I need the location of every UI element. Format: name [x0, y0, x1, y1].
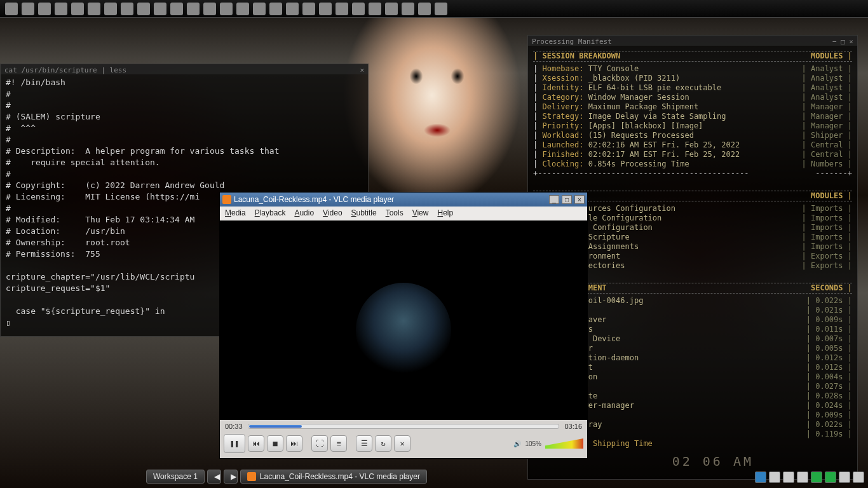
prev-button[interactable]: ⏮ — [248, 435, 264, 452]
tray-icon[interactable] — [769, 471, 780, 483]
desktop-clock: 02 06 AM — [672, 454, 754, 469]
dock-icon[interactable] — [38, 3, 51, 15]
vlc-menu-subtitle[interactable]: Subtitle — [351, 208, 377, 219]
dock-icon[interactable] — [203, 3, 216, 15]
dock-icon[interactable] — [352, 3, 365, 15]
dock-icon[interactable] — [121, 3, 133, 15]
vlc-menu-help[interactable]: Help — [437, 208, 453, 219]
dock-icon[interactable] — [5, 3, 18, 15]
dock-icon[interactable] — [369, 3, 381, 15]
tray-icon[interactable] — [839, 471, 850, 483]
minimize-button[interactable]: _ — [549, 195, 559, 204]
dock-icon[interactable] — [319, 3, 332, 15]
dock-icon[interactable] — [104, 3, 117, 15]
dock-icon[interactable] — [187, 3, 200, 15]
dock-icon[interactable] — [170, 3, 183, 15]
dock-icon[interactable] — [55, 3, 67, 15]
vlc-menu-audio[interactable]: Audio — [294, 208, 314, 219]
taskbar-prev[interactable]: ◀ — [207, 470, 221, 484]
extended-settings-button[interactable]: ≡ — [330, 435, 347, 452]
volume-percent: 105% — [525, 440, 541, 447]
time-total: 03:16 — [564, 423, 582, 430]
stop-button[interactable]: ■ — [267, 435, 283, 452]
vlc-titlebar[interactable]: Lacuna_Coil-Reckless.mp4 - VLC media pla… — [220, 193, 587, 207]
dock-icon[interactable] — [402, 3, 414, 15]
dock-icon[interactable] — [220, 3, 233, 15]
vlc-menu-tools[interactable]: Tools — [386, 208, 403, 219]
dock-icon[interactable] — [236, 3, 249, 15]
taskbar-item-label: Lacuna_Coil-Reckless.mp4 - VLC media pla… — [260, 472, 420, 481]
playlist-button[interactable]: ☰ — [356, 435, 372, 452]
vlc-menu-video[interactable]: Video — [323, 208, 342, 219]
vlc-cone-icon — [222, 195, 231, 204]
vlc-menu-media[interactable]: Media — [225, 208, 246, 219]
tray-icon[interactable] — [755, 471, 766, 483]
top-dock — [0, 0, 868, 18]
dock-icon[interactable] — [253, 3, 266, 15]
tray-icon[interactable] — [853, 471, 864, 483]
volume-slider[interactable] — [545, 438, 583, 449]
close-button[interactable]: × — [574, 195, 585, 204]
time-elapsed: 00:33 — [225, 423, 243, 430]
taskbar-next[interactable]: ▶ — [224, 470, 238, 484]
dock-icon[interactable] — [71, 3, 84, 15]
taskbar: Workspace 1 ◀ ▶ Lacuna_Coil-Reckless.mp4… — [146, 469, 427, 484]
dock-icon[interactable] — [154, 3, 166, 15]
terminal-title: cat /usr/bin/scripture | less — [4, 65, 126, 74]
vlc-title-text: Lacuna_Coil-Reckless.mp4 - VLC media pla… — [234, 195, 394, 204]
maximize-button[interactable]: □ — [562, 195, 572, 204]
vlc-menu-playback[interactable]: Playback — [255, 208, 286, 219]
speaker-icon[interactable]: 🔊 — [513, 440, 521, 447]
system-tray — [755, 471, 864, 483]
dock-icon[interactable] — [385, 3, 398, 15]
dock-icon[interactable] — [418, 3, 431, 15]
seek-slider[interactable] — [248, 424, 560, 429]
dock-icon[interactable] — [336, 3, 348, 15]
vlc-time-bar: 00:33 03:16 — [220, 420, 587, 433]
pause-button[interactable]: ❚❚ — [224, 434, 245, 453]
tray-icon[interactable] — [811, 471, 822, 483]
dock-icon[interactable] — [435, 3, 447, 15]
vlc-window[interactable]: Lacuna_Coil-Reckless.mp4 - VLC media pla… — [219, 192, 588, 459]
fullscreen-button[interactable]: ⛶ — [311, 435, 328, 452]
taskbar-item-vlc[interactable]: Lacuna_Coil-Reckless.mp4 - VLC media pla… — [240, 470, 427, 484]
vlc-menu-view[interactable]: View — [412, 208, 429, 219]
dock-icon[interactable] — [286, 3, 299, 15]
tray-icon[interactable] — [825, 471, 836, 483]
vlc-menubar: MediaPlaybackAudioVideoSubtitleToolsView… — [220, 207, 587, 220]
vlc-video-area[interactable] — [220, 220, 587, 420]
loop-button[interactable]: ↻ — [375, 435, 391, 452]
dock-icon[interactable] — [88, 3, 100, 15]
dock-icon[interactable] — [22, 3, 34, 15]
dock-icon[interactable] — [137, 3, 150, 15]
terminal-title: Processing Manifest — [532, 36, 612, 45]
tray-icon[interactable] — [797, 471, 808, 483]
tray-icon[interactable] — [783, 471, 794, 483]
next-button[interactable]: ⏭ — [286, 435, 302, 452]
dock-icon[interactable] — [269, 3, 282, 15]
shuffle-button[interactable]: ✕ — [394, 435, 410, 452]
dock-icon[interactable] — [302, 3, 315, 15]
vlc-cone-icon — [247, 472, 256, 481]
vlc-controls: ❚❚ ⏮ ■ ⏭ ⛶ ≡ ☰ ↻ ✕ 🔊 105% — [220, 433, 587, 454]
workspace-indicator[interactable]: Workspace 1 — [146, 470, 205, 484]
